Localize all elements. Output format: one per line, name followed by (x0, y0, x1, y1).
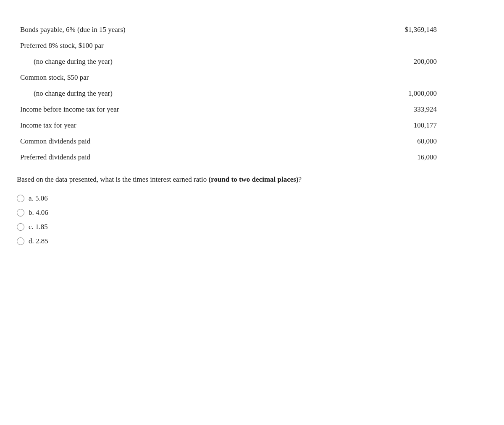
label-opt-b[interactable]: b. 4.06 (29, 209, 48, 217)
label-opt-a[interactable]: a. 5.06 (29, 194, 48, 203)
table-row-preferred-stock-label: Preferred 8% stock, $100 par (17, 38, 487, 54)
option-item-opt-a: a. 5.06 (17, 194, 487, 203)
label-bonds-payable: Bonds payable, 6% (due in 15 years) (17, 22, 299, 38)
label-preferred-dividends: Preferred dividends paid (17, 149, 299, 165)
table-row-preferred-stock-note: (no change during the year)200,000 (17, 54, 487, 70)
label-common-dividends: Common dividends paid (17, 133, 299, 149)
question-text: Based on the data presented, what is the… (17, 174, 487, 185)
question-text-before: Based on the data presented, what is the… (17, 175, 209, 183)
table-row-income-before-tax: Income before income tax for year333,924 (17, 102, 487, 117)
value-bonds-payable: $1,369,148 (299, 22, 487, 38)
label-preferred-stock-label: Preferred 8% stock, $100 par (17, 38, 299, 54)
table-row-common-stock-note: (no change during the year)1,000,000 (17, 86, 487, 102)
label-income-before-tax: Income before income tax for year (17, 102, 299, 117)
value-preferred-stock-label (299, 38, 487, 54)
label-opt-d[interactable]: d. 2.85 (29, 237, 48, 245)
table-row-bonds-payable: Bonds payable, 6% (due in 15 years)$1,36… (17, 22, 487, 38)
question-text-after: ? (299, 175, 302, 183)
table-row-common-stock-label: Common stock, $50 par (17, 70, 487, 86)
label-common-stock-note: (no change during the year) (17, 86, 299, 102)
radio-opt-b[interactable] (17, 209, 24, 216)
radio-opt-c[interactable] (17, 223, 24, 231)
option-item-opt-b: b. 4.06 (17, 209, 487, 217)
label-common-stock-label: Common stock, $50 par (17, 70, 299, 86)
radio-opt-d[interactable] (17, 237, 24, 245)
option-item-opt-c: c. 1.85 (17, 223, 487, 231)
table-row-common-dividends: Common dividends paid60,000 (17, 133, 487, 149)
radio-opt-a[interactable] (17, 195, 24, 202)
label-opt-c[interactable]: c. 1.85 (29, 223, 48, 231)
label-income-tax: Income tax for year (17, 117, 299, 133)
option-item-opt-d: d. 2.85 (17, 237, 487, 245)
label-preferred-stock-note: (no change during the year) (17, 54, 299, 70)
table-row-preferred-dividends: Preferred dividends paid16,000 (17, 149, 487, 165)
value-preferred-stock-note: 200,000 (299, 54, 487, 70)
table-row-income-tax: Income tax for year100,177 (17, 117, 487, 133)
question-text-bold: (round to two decimal places) (209, 175, 299, 183)
value-income-tax: 100,177 (299, 117, 487, 133)
value-common-stock-note: 1,000,000 (299, 86, 487, 102)
value-common-dividends: 60,000 (299, 133, 487, 149)
value-preferred-dividends: 16,000 (299, 149, 487, 165)
value-common-stock-label (299, 70, 487, 86)
value-income-before-tax: 333,924 (299, 102, 487, 117)
financial-data-table: Bonds payable, 6% (due in 15 years)$1,36… (17, 22, 487, 165)
answer-options: a. 5.06b. 4.06c. 1.85d. 2.85 (17, 194, 487, 245)
